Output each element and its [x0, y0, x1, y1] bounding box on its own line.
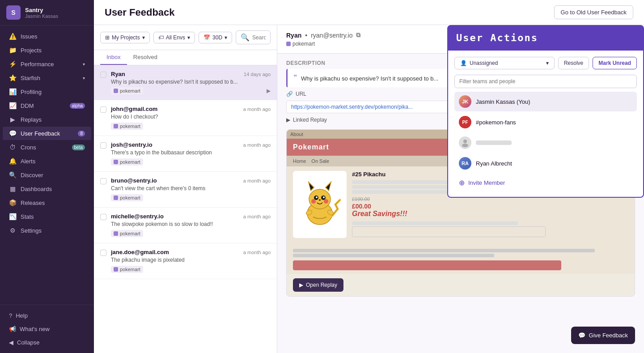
period-filter[interactable]: 📅 30D ▾	[199, 32, 232, 43]
sidebar-item-user-feedback[interactable]: 💬 User Feedback 8	[3, 127, 91, 140]
tab-bar: Inbox Resolved	[94, 50, 277, 65]
sidebar-item-help[interactable]: ? Help	[3, 309, 91, 322]
feedback-checkbox[interactable]	[100, 72, 106, 78]
chevron-icon: ▾	[225, 34, 227, 41]
feedback-preview: The pikachu image is pixelated	[111, 257, 271, 263]
feedback-checkbox[interactable]	[100, 214, 106, 220]
feedback-project-tag: pokemart	[111, 123, 143, 130]
crons-beta-badge: beta	[72, 145, 85, 150]
sidebar-item-dashboards[interactable]: ▦ Dashboards	[3, 182, 91, 196]
tab-inbox[interactable]: Inbox	[100, 50, 127, 65]
feedback-item-michelle[interactable]: michelle@sentry.io a month ago The slowp…	[94, 208, 277, 243]
search-input[interactable]	[252, 34, 266, 41]
play-icon: ▶	[286, 117, 290, 123]
org-info: Santry Jasmin Kassas	[25, 7, 58, 19]
feedback-item-jane[interactable]: jane.doe@gmail.com a month ago The pikac…	[94, 243, 277, 279]
project-icon	[114, 89, 118, 93]
feedback-item-john[interactable]: john@gmail.com a month ago How do I chec…	[94, 100, 277, 136]
chevron-down-icon: ▾	[83, 76, 85, 81]
assign-button[interactable]: 👤 Unassigned ▾	[454, 57, 555, 69]
savings-text: Great Savings!!!	[352, 210, 628, 218]
sidebar-item-replays[interactable]: ▶ Replays	[3, 113, 91, 126]
teams-people-filter[interactable]	[454, 75, 637, 88]
person-item-blurred[interactable]	[454, 133, 637, 153]
resolve-button[interactable]: Resolve	[558, 57, 589, 69]
give-feedback-button[interactable]: 💬 Give Feedback	[571, 327, 635, 344]
sidebar-item-issues[interactable]: ⚠️ Issues	[3, 30, 91, 43]
search-icon: 🔍	[241, 33, 250, 42]
price-new: £00.00	[352, 203, 628, 210]
crons-icon: ⏱	[9, 144, 16, 151]
ua-toolbar: 👤 Unassigned ▾ Resolve Mark Unread	[454, 57, 637, 69]
ua-header: User Actions	[447, 25, 644, 51]
link-icon: 🔗	[286, 91, 293, 97]
feedback-checkbox[interactable]	[100, 250, 106, 256]
tab-resolved[interactable]: Resolved	[127, 50, 164, 65]
replay-icon: ▶	[267, 88, 271, 94]
sidebar-item-projects[interactable]: 📁 Projects	[3, 43, 91, 57]
feedback-sender: jane.doe@gmail.com	[111, 249, 169, 255]
sidebar-item-discover[interactable]: 🔍 Discover	[3, 168, 91, 182]
copy-email-icon[interactable]: ⧉	[356, 31, 360, 39]
open-replay-button[interactable]: ▶ Open Replay	[293, 278, 343, 292]
sidebar: S Santry Jasmin Kassas ⚠️ Issues 📁 Proje…	[0, 0, 94, 353]
feedback-checkbox[interactable]	[100, 142, 106, 149]
feedback-time: a month ago	[243, 106, 271, 112]
sidebar-item-performance[interactable]: ⚡ Performance ▾	[3, 57, 91, 71]
feedback-time: 14 days ago	[244, 72, 271, 77]
all-envs-filter[interactable]: 🏷 All Envs ▾	[153, 32, 195, 43]
person-item-pokemon-fans[interactable]: PF #pokemon-fans	[454, 112, 637, 132]
feedback-item-bruno[interactable]: bruno@sentry.io a month ago Can't view t…	[94, 172, 277, 208]
svg-point-12	[319, 200, 321, 201]
sidebar-item-alerts[interactable]: 🔔 Alerts	[3, 154, 91, 168]
topbar: User Feedback Go to Old User Feedback	[94, 0, 644, 25]
feedback-item-josh[interactable]: josh@sentry.io a month ago There's a typ…	[94, 136, 277, 172]
person-item-jasmin[interactable]: JK Jasmin Kassas (You)	[454, 92, 637, 111]
feedback-checkbox[interactable]	[100, 178, 106, 184]
sidebar-item-label: Stats	[21, 213, 34, 220]
settings-icon: ⚙	[9, 227, 16, 234]
about-label: About	[290, 132, 303, 137]
stats-icon: 📉	[9, 213, 16, 220]
person-item-ryan[interactable]: RA Ryan Albrecht	[454, 153, 637, 173]
sidebar-item-ddm[interactable]: 📈 DDM alpha	[3, 99, 91, 112]
starfish-icon: ⭐	[9, 74, 16, 81]
go-to-old-feedback-button[interactable]: Go to Old User Feedback	[554, 5, 633, 19]
feedback-checkbox[interactable]	[100, 106, 106, 113]
user-feedback-badge: 8	[78, 131, 85, 136]
sidebar-item-whats-new[interactable]: 📢 What's new	[3, 323, 91, 336]
sidebar-item-label: Alerts	[21, 158, 35, 165]
sidebar-item-profiling[interactable]: 📊 Profiling	[3, 85, 91, 98]
performance-icon: ⚡	[9, 60, 16, 68]
blurred-name	[476, 140, 512, 145]
project-icon	[114, 267, 118, 272]
sidebar-item-label: Profiling	[21, 89, 42, 95]
sidebar-item-label: Projects	[21, 47, 42, 54]
dashboards-icon: ▦	[9, 185, 16, 192]
feedback-item-ryan[interactable]: Ryan 14 days ago Why is pikachu so expen…	[94, 65, 277, 100]
mark-unread-button[interactable]: Mark Unread	[593, 57, 637, 69]
collapse-button[interactable]: ◀ Collapse	[3, 336, 91, 349]
plus-circle-icon: ⊕	[459, 179, 465, 187]
project-icon	[114, 196, 118, 200]
sidebar-item-releases[interactable]: 📦 Releases	[3, 196, 91, 209]
feedback-preview: Can't view the cart when there's 0 items	[111, 185, 271, 191]
svg-point-8	[316, 196, 318, 198]
page-title: User Feedback	[105, 7, 175, 18]
svg-point-1	[309, 189, 330, 209]
project-tag: pokemart	[286, 41, 360, 47]
user-actions-title: User Actions	[456, 32, 635, 43]
user-name: Jasmin Kassas	[25, 13, 58, 19]
chevron-icon: ▾	[187, 34, 190, 41]
sidebar-item-crons[interactable]: ⏱ Crons beta	[3, 140, 91, 154]
sidebar-item-settings[interactable]: ⚙ Settings	[3, 224, 91, 237]
sidebar-item-starfish[interactable]: ⭐ Starfish ▾	[3, 71, 91, 85]
feedback-list-panel: ⊞ My Projects ▾ 🏷 All Envs ▾ 📅 30D ▾ 🔍	[94, 25, 277, 353]
help-label: Help	[16, 312, 28, 319]
invite-member-button[interactable]: ⊕ Invite Member	[454, 175, 637, 191]
feedback-time: a month ago	[243, 178, 271, 183]
collapse-icon: ◀	[9, 339, 13, 346]
svg-point-16	[462, 144, 468, 147]
sidebar-item-stats[interactable]: 📉 Stats	[3, 210, 91, 223]
my-projects-filter[interactable]: ⊞ My Projects ▾	[100, 32, 150, 43]
